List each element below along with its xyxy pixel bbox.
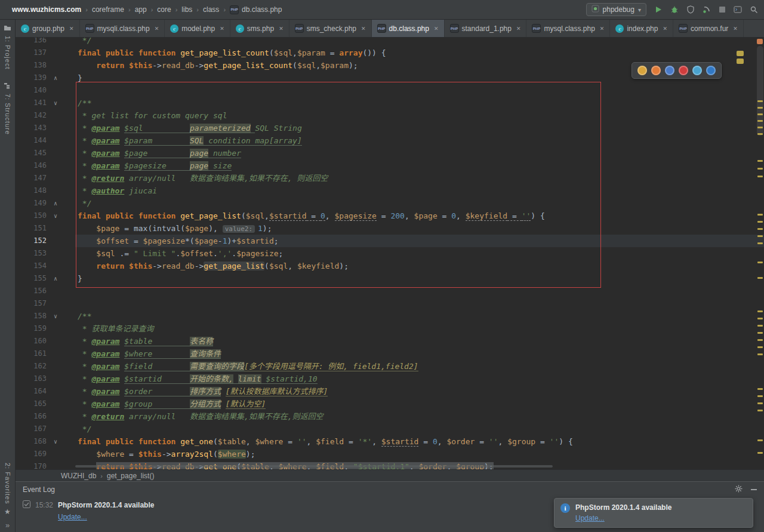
line-number[interactable]: 170	[16, 460, 47, 469]
line-number[interactable]: 162	[16, 360, 47, 373]
code-line[interactable]: 144 * @param $param SQL condition map[ar…	[16, 134, 764, 147]
code-line[interactable]: 156	[16, 285, 764, 297]
warning-stripe-mark[interactable]	[757, 228, 763, 230]
line-number[interactable]: 136	[16, 38, 47, 47]
code-line[interactable]: 148 * @author jiucai	[16, 184, 764, 197]
line-number[interactable]: 156	[16, 285, 47, 297]
warning-stripe-mark[interactable]	[757, 395, 763, 397]
warning-stripe-mark[interactable]	[757, 113, 763, 115]
code-line[interactable]: 136 */	[16, 38, 764, 47]
firefox-icon[interactable]	[651, 66, 661, 75]
stop-button[interactable]	[719, 6, 726, 13]
tab-sms.php[interactable]: csms.php✕	[230, 20, 289, 37]
code-line[interactable]: 162 * @param $field 需要查询的字段[多个字段用逗号隔开: 例…	[16, 360, 764, 373]
warning-stripe-mark[interactable]	[757, 346, 763, 348]
line-number[interactable]: 160	[16, 335, 47, 348]
tab-sms_check.php[interactable]: PHPsms_check.php✕	[289, 20, 372, 37]
warning-badge[interactable]	[737, 59, 744, 64]
line-number[interactable]: 154	[16, 260, 47, 272]
tab-mysql.class.php[interactable]: PHPmysql.class.php✕	[526, 20, 610, 37]
warning-badge[interactable]	[737, 51, 744, 56]
line-number[interactable]: 147	[16, 172, 47, 184]
run-config-select[interactable]: phpdebug ▾	[586, 3, 646, 16]
warning-stripe-mark[interactable]	[757, 214, 763, 216]
warning-stripe-mark[interactable]	[757, 277, 763, 279]
warning-stripe-mark[interactable]	[757, 235, 763, 237]
line-number[interactable]: 139	[16, 72, 47, 84]
line-number[interactable]: 157	[16, 297, 47, 310]
code-line[interactable]: 157	[16, 297, 764, 310]
code-line[interactable]: 141∨/**	[16, 97, 764, 109]
line-number[interactable]: 141	[16, 97, 47, 109]
line-number[interactable]: 169	[16, 448, 47, 460]
listen-debug-button[interactable]	[703, 5, 711, 14]
warning-stripe-mark[interactable]	[757, 242, 763, 244]
line-number[interactable]: 152	[16, 235, 47, 247]
tab-index.php[interactable]: cindex.php✕	[610, 20, 673, 37]
warning-stripe-mark[interactable]	[757, 127, 763, 128]
tab-model.php[interactable]: cmodel.php✕	[165, 20, 230, 37]
line-number[interactable]: 143	[16, 122, 47, 134]
run-button[interactable]	[654, 5, 663, 14]
breadcrumb-item[interactable]: core	[157, 5, 171, 14]
code-line[interactable]: 163 * @param $startid 开始的条数, limit $star…	[16, 373, 764, 385]
code-line[interactable]: 147 * @return array/null 数据查询结果集,如果不存在, …	[16, 172, 764, 184]
breadcrumb-item[interactable]: www.wuzhicms.com	[12, 5, 81, 14]
line-number[interactable]: 145	[16, 147, 47, 159]
tab-close-icon[interactable]: ✕	[279, 26, 284, 32]
breadcrumb-item[interactable]: libs	[181, 5, 192, 14]
warning-stripe-mark[interactable]	[757, 439, 763, 441]
line-number[interactable]: 149	[16, 197, 47, 210]
tab-close-icon[interactable]: ✕	[361, 26, 366, 32]
tool-window-structure[interactable]: 7: Structure	[4, 82, 11, 135]
fold-marker-icon[interactable]: ∨	[47, 97, 75, 109]
tab-close-icon[interactable]: ✕	[155, 26, 159, 32]
chrome-icon[interactable]	[637, 66, 647, 75]
line-number[interactable]: 166	[16, 410, 47, 423]
line-number[interactable]: 164	[16, 385, 47, 398]
hidden-tool-windows-icon[interactable]: »	[5, 521, 10, 530]
code-line[interactable]: 154 return $this->read_db->get_page_list…	[16, 260, 764, 272]
line-number[interactable]: 161	[16, 348, 47, 360]
warning-stripe-mark[interactable]	[757, 310, 763, 312]
opera-icon[interactable]	[679, 66, 688, 75]
warning-stripe-mark[interactable]	[757, 325, 763, 327]
code-line[interactable]: 166 * @return array/null 数据查询结果集,如果不存在,则…	[16, 410, 764, 423]
warning-stripe-mark[interactable]	[757, 262, 763, 263]
line-number[interactable]: 150	[16, 210, 47, 222]
code-line[interactable]: 146 * @param $pagesize page size	[16, 159, 764, 172]
warning-stripe-mark[interactable]	[757, 133, 763, 135]
tab-close-icon[interactable]: ✕	[220, 26, 224, 32]
warning-stripe-mark[interactable]	[757, 221, 763, 223]
code-line[interactable]: 168∨final public function get_one($table…	[16, 435, 764, 448]
line-number[interactable]: 155	[16, 272, 47, 285]
code-line[interactable]: 140	[16, 84, 764, 97]
warning-stripe-mark[interactable]	[757, 100, 763, 102]
edge-icon[interactable]	[692, 66, 702, 75]
line-number[interactable]: 168	[16, 435, 47, 448]
code-line[interactable]: 153 $sql .= " Limit ".$offset.','.$pages…	[16, 247, 764, 260]
fold-marker-icon[interactable]: ∧	[47, 272, 75, 285]
warning-stripe-mark[interactable]	[757, 388, 763, 390]
code-line[interactable]: 155∧}	[16, 272, 764, 285]
code-line[interactable]: 137final public function get_page_list_c…	[16, 47, 764, 59]
breadcrumb-item[interactable]: get_page_list()	[107, 472, 154, 480]
console-button[interactable]	[734, 5, 742, 14]
warning-stripe-mark[interactable]	[757, 120, 763, 122]
code-line[interactable]: 158∨/**	[16, 310, 764, 322]
line-number[interactable]: 159	[16, 322, 47, 335]
safari-icon[interactable]	[706, 66, 716, 75]
fold-marker-icon[interactable]: ∧	[47, 197, 75, 210]
code-line[interactable]: 142 * get list for custom query sql	[16, 109, 764, 122]
code-line[interactable]: 152 $offset = $pagesize*($page-1)+$start…	[16, 235, 764, 247]
code-line[interactable]: 159 * 获取单条记录查询	[16, 322, 764, 335]
balloon-update-link[interactable]: Update...	[575, 514, 671, 522]
line-number[interactable]: 165	[16, 398, 47, 410]
warning-stripe-mark[interactable]	[757, 318, 763, 319]
code-line[interactable]: 149∧ */	[16, 197, 764, 210]
warning-stripe-mark[interactable]	[757, 176, 763, 177]
vertical-scrollbar[interactable]	[757, 46, 763, 136]
tab-common.fur[interactable]: PHPcommon.fur✕	[673, 20, 744, 37]
code-editor[interactable]: 136 */137final public function get_page_…	[16, 38, 764, 469]
warning-stripe-mark[interactable]	[757, 107, 763, 109]
